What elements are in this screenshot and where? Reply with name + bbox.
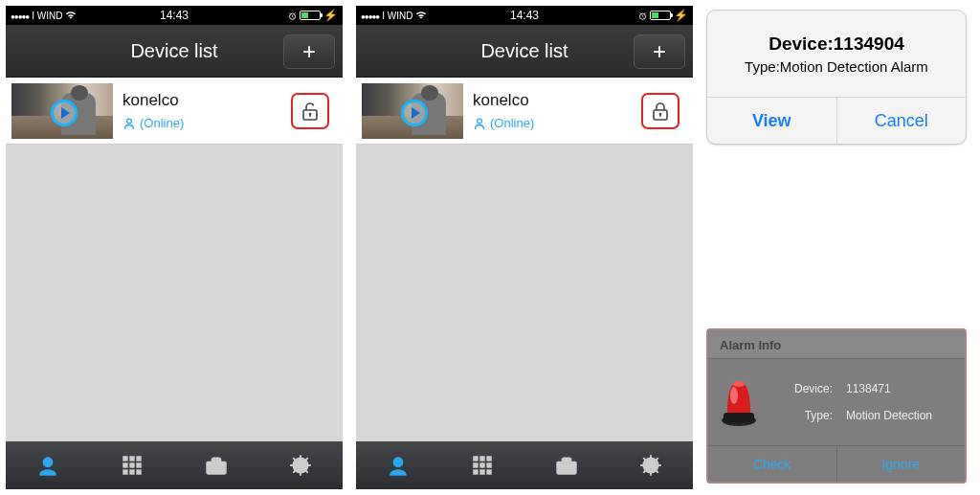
tab-devices[interactable] (6, 441, 90, 489)
ios-alert-dialog: Device:1134904 Type:Motion Detection Ala… (706, 10, 967, 145)
charging-icon: ⚡ (323, 9, 338, 22)
battery-icon (650, 11, 671, 20)
phone-screen-1: ●●●●● I WIND 14:43 ⚡ Device list + (6, 6, 343, 489)
device-name-label: konelco (473, 91, 632, 110)
tab-settings[interactable] (609, 441, 693, 489)
alert-view-button[interactable]: View (707, 98, 837, 144)
alert-cancel-button[interactable]: Cancel (837, 98, 967, 144)
svg-rect-13 (207, 462, 226, 474)
svg-point-15 (298, 462, 303, 468)
alert-title: Device:1134904 (768, 34, 904, 55)
phone-screen-2: ●●●●● I WIND 14:43 ⚡ Device list + (356, 6, 693, 489)
svg-rect-23 (473, 462, 478, 467)
svg-point-17 (478, 119, 482, 124)
page-title: Device list (130, 40, 217, 62)
battery-icon (300, 11, 321, 20)
header: Device list + (356, 25, 693, 78)
alarm-type-label: Type: (805, 409, 833, 422)
alarm-info-card: Alarm Info Device: 1138471 Type: Motion (706, 328, 967, 484)
svg-rect-10 (122, 469, 127, 474)
lock-toggle-button[interactable] (641, 93, 679, 129)
alert-subtitle: Type:Motion Detection Alarm (745, 58, 928, 75)
tab-devices[interactable] (356, 441, 440, 489)
tab-settings[interactable] (258, 441, 343, 489)
charging-icon: ⚡ (674, 9, 688, 22)
device-name-label: konelco (122, 91, 281, 110)
alarm-icon (638, 11, 647, 20)
header: Device list + (6, 25, 343, 78)
svg-rect-4 (122, 456, 127, 461)
tab-bar (356, 441, 693, 489)
signal-icon: ●●●●● (11, 11, 29, 21)
tab-bar (6, 441, 343, 489)
device-status: (Online) (122, 116, 281, 130)
status-bar: ●●●●● I WIND 14:43 ⚡ (356, 6, 693, 25)
device-status: (Online) (473, 116, 632, 130)
device-id-value: 1138471 (846, 382, 891, 395)
wifi-icon (65, 11, 77, 20)
svg-point-31 (648, 462, 654, 468)
svg-rect-20 (473, 456, 478, 461)
alarm-card-title: Alarm Info (708, 330, 965, 359)
svg-rect-11 (129, 469, 134, 474)
svg-rect-8 (129, 462, 134, 467)
status-bar: ●●●●● I WIND 14:43 ⚡ (6, 6, 343, 25)
svg-rect-29 (557, 462, 576, 474)
svg-rect-7 (122, 462, 127, 467)
page-title: Device list (480, 40, 568, 62)
svg-rect-24 (479, 462, 484, 467)
play-icon[interactable] (51, 100, 78, 126)
alarm-icon (288, 11, 297, 20)
signal-icon: ●●●●● (361, 11, 379, 21)
tab-grid[interactable] (90, 441, 174, 489)
device-list-item[interactable]: konelco (Online) (6, 78, 343, 145)
wifi-icon (415, 11, 427, 20)
tab-grid[interactable] (440, 441, 524, 489)
svg-rect-22 (486, 456, 491, 461)
svg-rect-33 (724, 413, 754, 422)
lock-toggle-button[interactable] (291, 93, 329, 129)
svg-point-1 (127, 119, 132, 124)
tab-toolbox[interactable] (174, 441, 258, 489)
device-id-label: Device: (794, 382, 833, 395)
play-icon[interactable] (401, 100, 428, 126)
user-icon (473, 117, 486, 130)
svg-rect-12 (136, 469, 141, 474)
svg-point-3 (309, 112, 312, 115)
add-device-button[interactable]: + (634, 34, 685, 69)
svg-rect-28 (486, 469, 491, 474)
svg-rect-27 (479, 469, 484, 474)
add-device-button[interactable]: + (283, 34, 335, 69)
svg-point-35 (733, 381, 745, 387)
unlock-icon (301, 101, 320, 122)
alarm-check-button[interactable]: Check (708, 446, 837, 482)
tab-toolbox[interactable] (524, 441, 609, 489)
alarm-ignore-button[interactable]: Ignore (837, 446, 966, 482)
svg-rect-21 (479, 456, 484, 461)
lock-icon (651, 101, 670, 122)
device-list-item[interactable]: konelco (Online) (356, 78, 693, 145)
status-time: 14:43 (510, 9, 539, 22)
device-thumbnail (11, 83, 113, 139)
svg-rect-25 (486, 462, 491, 467)
svg-rect-9 (136, 462, 141, 467)
svg-point-19 (659, 112, 662, 115)
alarm-type-value: Motion Detection (846, 409, 932, 422)
svg-rect-5 (129, 456, 134, 461)
carrier-label: I WIND (32, 11, 62, 21)
status-time: 14:43 (160, 9, 189, 22)
carrier-label: I WIND (382, 11, 412, 21)
user-icon (122, 117, 136, 130)
svg-rect-6 (136, 456, 141, 461)
svg-rect-26 (473, 469, 478, 474)
svg-point-34 (730, 387, 738, 404)
device-thumbnail (362, 83, 463, 139)
alarm-beacon-icon (718, 374, 760, 431)
